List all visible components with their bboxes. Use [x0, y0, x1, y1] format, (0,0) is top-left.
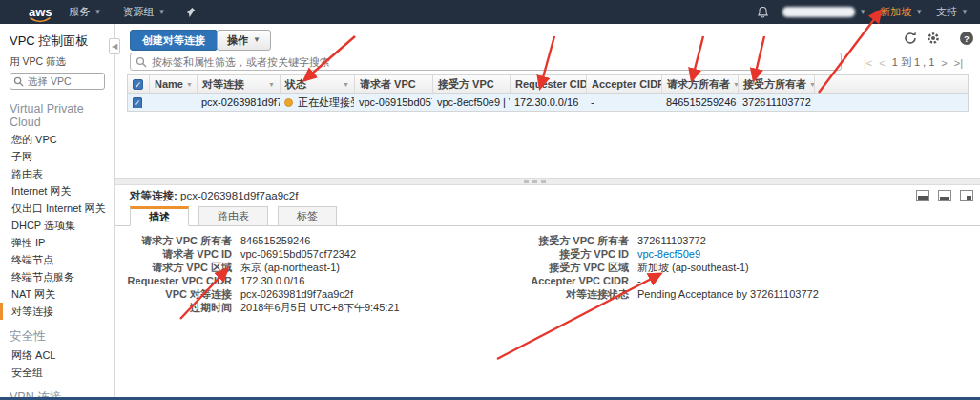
field-value: pcx-0263981d9f7aa9c2f [232, 288, 353, 300]
nav-resource-groups-label: 资源组 [123, 5, 155, 19]
column-header-status[interactable]: 状态▼ [280, 75, 354, 93]
chevron-down-icon: ▼ [94, 8, 102, 16]
help-icon[interactable]: ? [959, 31, 974, 46]
field-value: 846515259246 [232, 235, 310, 246]
actions-dropdown-button[interactable]: 操作▼ [217, 30, 271, 51]
pagination-first-button[interactable]: |< [864, 57, 872, 69]
sidebar-item-endpoint-services[interactable]: 终端节点服务 [0, 268, 114, 285]
field-label: 请求者 VPC ID [115, 247, 232, 261]
tab-tags[interactable]: 标签 [278, 206, 337, 226]
sidebar-item-elastic-ips[interactable]: 弹性 IP [0, 234, 114, 251]
column-header-accepter-vpc[interactable]: 接受方 VPC [432, 75, 510, 93]
account-name-redacted [782, 7, 855, 17]
cell-requester-owner: 846515259246 [661, 96, 738, 108]
column-header-accepter-owner[interactable]: 接受方所有者▼ [738, 75, 814, 93]
row-checkbox[interactable]: ✓ [133, 97, 142, 108]
cell-peering-id: pcx-0263981d9f7a... [197, 96, 280, 108]
column-header-name[interactable]: Name▼ [149, 75, 197, 93]
detail-title-label: 对等连接: [130, 190, 177, 201]
pin-icon[interactable] [186, 7, 197, 18]
refresh-icon[interactable] [903, 31, 918, 46]
field-value: Pending Acceptance by 372611103772 [629, 288, 819, 300]
tab-route-tables[interactable]: 路由表 [198, 206, 268, 226]
detail-pane-title: 对等连接: pcx-0263981d9f7aa9c2f [130, 189, 298, 203]
column-header-requester-vpc[interactable]: 请求者 VPC [354, 75, 432, 93]
vpc-console-page: { "colors": { "topnav_bg": "#232f3e", "a… [0, 0, 980, 400]
region-selector[interactable]: 新加坡▼ [880, 5, 923, 19]
sidebar-item-endpoints[interactable]: 终端节点 [0, 251, 114, 268]
settings-gear-icon[interactable] [926, 31, 941, 46]
detail-title-value: pcx-0263981d9f7aa9c2f [180, 190, 298, 201]
create-peering-connection-button[interactable]: 创建对等连接 [130, 30, 218, 51]
sidebar-title: VPC 控制面板 [0, 24, 114, 53]
field-label: 请求方 VPC 区域 [115, 261, 232, 274]
sort-caret-icon: ▼ [343, 81, 349, 88]
peering-connections-table: ✓ Name▼ 对等连接▼ 状态▼ 请求者 VPC 接受方 VPC Reques… [127, 74, 969, 112]
field-row: 接受方 VPC IDvpc-8ecf50e9 [512, 247, 819, 261]
detail-pane-resize-bar[interactable] [115, 178, 980, 185]
cell-requester-cidrs: 172.30.0.0/16 [510, 96, 586, 108]
column-header-requester-owner[interactable]: 请求方所有者▼ [661, 75, 738, 93]
field-label: 接受方 VPC 区域 [512, 261, 629, 274]
field-label: 请求方 VPC 所有者 [115, 234, 232, 247]
field-label: 对等连接状态 [512, 287, 629, 301]
sidebar-item-peering-connections[interactable]: 对等连接 [0, 303, 114, 320]
pagination-range-text: 1 到 1 , 1 [892, 55, 935, 70]
sidebar-item-dhcp-options-sets[interactable]: DHCP 选项集 [0, 217, 114, 234]
sidebar-item-your-vpcs[interactable]: 您的 VPC [0, 131, 114, 148]
table-header-row: ✓ Name▼ 对等连接▼ 状态▼ 请求者 VPC 接受方 VPC Reques… [127, 74, 969, 94]
sidebar-item-security-groups[interactable]: 安全组 [0, 364, 114, 381]
sidebar-item-nat-gateways[interactable]: NAT 网关 [0, 285, 114, 303]
aws-logo[interactable]: aws [29, 6, 52, 18]
nav-services[interactable]: 服务▼ [70, 5, 102, 19]
accepter-vpc-id-link[interactable]: vpc-8ecf50e9 [629, 248, 700, 260]
sidebar-item-internet-gateways[interactable]: Internet 网关 [0, 182, 114, 200]
pane-layout-right-icon[interactable] [960, 190, 973, 203]
region-label: 新加坡 [880, 5, 911, 19]
pagination-last-button[interactable]: >| [954, 57, 963, 69]
column-header-requester-cidrs[interactable]: Requester CIDRs [510, 75, 586, 93]
sort-caret-icon: ▼ [268, 81, 275, 88]
sidebar-item-egress-only-internet-gateways[interactable]: 仅出口 Internet 网关 [0, 200, 114, 217]
drag-handle-icon [524, 180, 546, 183]
select-all-checkbox[interactable]: ✓ [133, 79, 143, 90]
pane-layout-bottom-icon[interactable] [916, 190, 929, 203]
chevron-down-icon: ▼ [915, 8, 923, 16]
field-label: Accepter VPC CIDR [512, 274, 629, 287]
sidebar-item-network-acls[interactable]: 网络 ACL [0, 347, 114, 364]
notifications-bell-icon[interactable] [757, 6, 769, 19]
vpc-filter-label: 用 VPC 筛选 [0, 53, 114, 72]
field-value: 172.30.0.0/16 [232, 275, 304, 286]
cell-requester-vpc: vpc-06915bd057cf... [354, 96, 432, 108]
field-row: 对等连接状态Pending Acceptance by 372611103772 [512, 287, 819, 301]
chevron-down-icon: ▼ [253, 31, 261, 50]
tab-description[interactable]: 描述 [130, 206, 189, 226]
sidebar-item-subnets[interactable]: 子网 [0, 148, 114, 165]
sidebar-item-route-tables[interactable]: 路由表 [0, 165, 114, 182]
filter-search-input[interactable] [131, 53, 841, 70]
support-menu[interactable]: 支持▼ [936, 5, 969, 19]
row-checkbox-cell: ✓ [128, 96, 149, 108]
nav-resource-groups[interactable]: 资源组▼ [123, 5, 166, 19]
status-text: 正在处理接受 [298, 95, 354, 110]
column-label: 接受方 VPC [438, 77, 494, 92]
vpc-filter-input[interactable] [10, 73, 105, 90]
field-label: Requester VPC CIDR [115, 274, 232, 287]
field-row: 接受方 VPC 区域新加坡 (ap-southeast-1) [512, 261, 819, 274]
column-label: Accepter CIDRs [592, 78, 661, 90]
search-icon [13, 76, 24, 87]
field-value-accepter-region: 新加坡 (ap-southeast-1) [629, 262, 749, 273]
field-label: 接受方 VPC 所有者 [512, 234, 629, 247]
account-menu[interactable]: ▼ [782, 7, 866, 17]
column-header-peering-connection[interactable]: 对等连接▼ [197, 75, 280, 93]
chevron-down-icon: ▼ [961, 8, 969, 16]
column-header-accepter-cidrs[interactable]: Accepter CIDRs [586, 75, 661, 93]
detail-fields-left: 请求方 VPC 所有者846515259246 请求者 VPC IDvpc-06… [115, 234, 400, 314]
pagination-prev-button[interactable]: < [879, 57, 885, 69]
pagination-next-button[interactable]: > [941, 57, 947, 69]
sidebar-collapse-button[interactable]: ◀ [109, 38, 120, 54]
pane-layout-split-icon[interactable] [938, 190, 951, 203]
column-label: 请求方所有者 [667, 77, 730, 92]
actions-label: 操作 [227, 31, 248, 50]
table-row[interactable]: ✓ pcx-0263981d9f7a... 正在处理接受 vpc-06915bd… [127, 94, 969, 112]
